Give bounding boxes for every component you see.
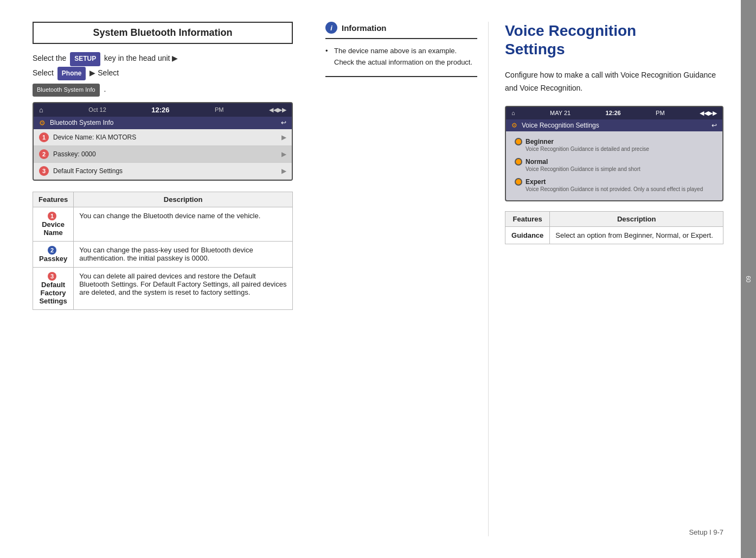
num-badge-1: 1 (48, 212, 56, 220)
vr-gear-icon: ⚙ (511, 122, 517, 129)
feature-passkey: 2Passkey (33, 241, 74, 267)
radio-normal (515, 158, 522, 166)
vr-col-description-header: Description (550, 211, 723, 226)
page-edge-sidebar: 09 (741, 0, 756, 558)
vr-feature-guidance: Guidance (505, 226, 550, 244)
desc-passkey: You can change the pass-key used for Blu… (74, 241, 293, 267)
bluetooth-screen-mockup: ⌂ Oct 12 12:26 PM ◀◀▶▶ ⚙ Bluetooth Syste… (33, 102, 293, 181)
vr-option-normal: Normal Voice Recognition Guidance is sim… (511, 156, 717, 175)
info-icon: i (325, 22, 337, 34)
nav-arrow1: ▶ (172, 54, 178, 62)
row-chevron-2: ▶ (281, 150, 286, 158)
feature-default-factory: 3DefaultFactorySettings (33, 267, 74, 309)
setup-key-badge: SETUP (70, 52, 100, 66)
home-icon: ⌂ (39, 106, 43, 114)
radio-beginner (515, 138, 522, 145)
nav-steps: Select the SETUP key in the head unit ▶ … (33, 52, 293, 97)
vr-home-icon: ⌂ (511, 110, 515, 116)
bottom-divider (325, 76, 477, 77)
col-description-header: Description (74, 192, 293, 207)
vr-beginner-label: Beginner (526, 138, 554, 145)
vr-screen-title-text: Voice Recognition Settings (522, 122, 599, 129)
vr-beginner-desc: Voice Recognition Guidance is detailed a… (526, 145, 714, 153)
vr-option-expert: Expert Voice Recognition Guidance is not… (511, 176, 717, 195)
page-number: Setup I 9-7 (689, 528, 723, 536)
vr-screen-time-suffix: PM (656, 110, 665, 116)
vr-description: Configure how to make a call with Voice … (505, 69, 723, 95)
vr-features-table: Features Description Guidance Select an … (505, 211, 723, 244)
phone-badge: Phone (57, 67, 86, 81)
features-table: Features Description 1DeviceName You can… (33, 192, 293, 310)
sidebar-label: 09 (745, 276, 752, 282)
info-bullet-text: The device name above is an example. Che… (325, 46, 477, 68)
vr-screen-date: MAY 21 (550, 110, 571, 116)
nav-select-text: Select (33, 68, 54, 77)
row-text-2: Passkey: 0000 (53, 150, 281, 158)
row-num-3: 3 (39, 166, 49, 176)
nav-post-text: key in the head unit (104, 54, 170, 62)
screen-status: ◀◀▶▶ (269, 106, 286, 113)
info-divider (325, 38, 477, 39)
screen-row-1: 1 Device Name: KIA MOTORS ▶ (34, 129, 292, 146)
table-row: 2Passkey You can change the pass-key use… (33, 241, 293, 267)
screen-back-icon: ↩ (281, 119, 286, 126)
nav-dot: . (104, 85, 106, 93)
vr-title-line2: Settings (505, 41, 565, 58)
row-chevron-1: ▶ (281, 134, 286, 141)
vr-screen-title-bar: ⚙ Voice Recognition Settings ↩ (506, 119, 722, 131)
vr-screen-mockup: ⌂ MAY 21 12:26 PM ◀◀▶▶ ⚙ Voice Recogniti… (505, 106, 723, 201)
bt-system-info-badge: Bluetooth System Info (33, 84, 100, 97)
screen-time: 12:26 (151, 106, 169, 114)
vr-back-icon: ↩ (712, 122, 717, 129)
vr-option-beginner: Beginner Voice Recognition Guidance is d… (511, 136, 717, 155)
screen-rows: 1 Device Name: KIA MOTORS ▶ 2 Passkey: 0… (34, 129, 292, 180)
vr-screen-header: ⌂ MAY 21 12:26 PM ◀◀▶▶ (506, 107, 722, 119)
left-section: System Bluetooth Information Select the … (33, 22, 315, 536)
vr-expert-desc: Voice Recognition Guidance is not provid… (526, 186, 714, 193)
row-num-1: 1 (39, 132, 49, 142)
table-row: 3DefaultFactorySettings You can delete a… (33, 267, 293, 309)
radio-expert (515, 178, 522, 186)
section-title: System Bluetooth Information (33, 22, 293, 44)
screen-time-suffix: PM (215, 106, 224, 113)
vr-normal-label: Normal (526, 158, 548, 166)
screen-title-bar: ⚙ Bluetooth System Info ↩ (34, 117, 292, 129)
row-chevron-3: ▶ (281, 167, 286, 175)
vr-table-row: Guidance Select an option from Beginner,… (505, 226, 723, 244)
row-text-1: Device Name: KIA MOTORS (53, 134, 281, 141)
screen-date: Oct 12 (88, 106, 106, 113)
screen-row-2: 2 Passkey: 0000 ▶ (34, 146, 292, 163)
screen-header: ⌂ Oct 12 12:26 PM ◀◀▶▶ (34, 103, 292, 117)
col-features-header: Features (33, 192, 74, 207)
screen-title-text: Bluetooth System Info (50, 119, 113, 126)
vr-normal-desc: Voice Recognition Guidance is simple and… (526, 166, 714, 173)
gear-icon: ⚙ (39, 119, 46, 127)
row-text-3: Default Factory Settings (53, 167, 281, 175)
nav-arrow2: ▶ (89, 68, 95, 77)
vr-title: Voice Recognition Settings (505, 22, 723, 58)
vr-screen-time: 12:26 (606, 110, 621, 116)
screen-row-3: 3 Default Factory Settings ▶ (34, 163, 292, 180)
vr-desc-guidance: Select an option from Beginner, Normal, … (550, 226, 723, 244)
table-row: 1DeviceName You can change the Bluetooth… (33, 207, 293, 241)
row-num-2: 2 (39, 149, 49, 159)
num-badge-2: 2 (48, 246, 56, 255)
nav-pre-text: Select the (33, 54, 66, 62)
vr-col-features-header: Features (505, 211, 550, 226)
desc-device-name: You can change the Bluetooth device name… (74, 207, 293, 241)
num-badge-3: 3 (48, 272, 56, 281)
vr-screen-body: Beginner Voice Recognition Guidance is d… (506, 131, 722, 200)
vr-screen-status: ◀◀▶▶ (700, 110, 717, 117)
vr-title-line1: Voice Recognition (505, 22, 636, 39)
middle-section: i Information The device name above is a… (315, 22, 488, 536)
right-section: Voice Recognition Settings Configure how… (488, 22, 723, 536)
feature-device-name: 1DeviceName (33, 207, 74, 241)
info-header: i Information (325, 22, 477, 34)
vr-expert-label: Expert (526, 178, 546, 186)
info-title: Information (342, 23, 387, 33)
nav-select-text2: Select (98, 68, 119, 77)
desc-default-factory: You can delete all paired devices and re… (74, 267, 293, 309)
